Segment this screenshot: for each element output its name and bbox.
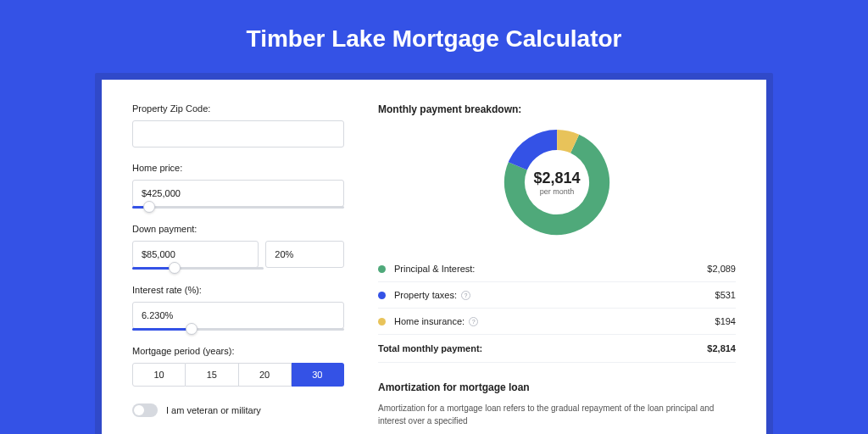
line-home-insurance: Home insurance:? $194 xyxy=(378,309,736,335)
home-price-input[interactable] xyxy=(132,180,344,207)
veteran-toggle[interactable] xyxy=(132,403,158,417)
interest-input[interactable] xyxy=(132,302,344,329)
slider-thumb[interactable] xyxy=(186,323,198,335)
input-panel: Property Zip Code: Home price: Down paym… xyxy=(132,103,344,427)
home-price-label: Home price: xyxy=(132,163,344,173)
period-btn-30[interactable]: 30 xyxy=(292,363,344,387)
line-label: Home insurance:? xyxy=(394,316,715,326)
calculator-card: Property Zip Code: Home price: Down paym… xyxy=(102,80,766,434)
info-icon[interactable]: ? xyxy=(461,291,470,300)
info-icon[interactable]: ? xyxy=(469,317,478,326)
total-value: $2,814 xyxy=(707,343,736,353)
donut-chart: $2,814 per month xyxy=(502,127,612,237)
breakdown-panel: Monthly payment breakdown: $2,814 per mo… xyxy=(378,103,736,427)
line-value: $194 xyxy=(715,316,736,326)
line-principal-interest: Principal & Interest: $2,089 xyxy=(378,256,736,282)
home-price-slider[interactable] xyxy=(132,206,344,209)
down-payment-label: Down payment: xyxy=(132,224,344,234)
zip-label: Property Zip Code: xyxy=(132,103,344,114)
interest-slider[interactable] xyxy=(132,328,344,331)
veteran-label: I am veteran or military xyxy=(166,405,261,415)
line-property-taxes: Property taxes:? $531 xyxy=(378,282,736,309)
slider-thumb[interactable] xyxy=(143,201,155,213)
interest-label: Interest rate (%): xyxy=(132,285,344,295)
period-btn-15[interactable]: 15 xyxy=(186,363,238,387)
donut-sub: per month xyxy=(533,187,580,196)
field-period: Mortgage period (years): 10 15 20 30 xyxy=(132,346,344,387)
page-title: Timber Lake Mortgage Calculator xyxy=(0,0,868,73)
period-btn-20[interactable]: 20 xyxy=(239,363,292,387)
field-zip: Property Zip Code: xyxy=(132,103,344,147)
legend-dot-yellow xyxy=(378,318,386,326)
down-payment-amount-input[interactable] xyxy=(132,241,259,268)
down-payment-pct-input[interactable] xyxy=(265,241,344,268)
total-label: Total monthly payment: xyxy=(378,343,707,353)
down-payment-slider[interactable] xyxy=(132,267,264,270)
donut-chart-wrap: $2,814 per month xyxy=(378,127,736,237)
line-total: Total monthly payment: $2,814 xyxy=(378,335,736,363)
field-home-price: Home price: xyxy=(132,163,344,209)
legend-dot-green xyxy=(378,265,386,273)
line-label: Property taxes:? xyxy=(394,290,715,300)
amort-text: Amortization for a mortgage loan refers … xyxy=(378,402,736,427)
field-down-payment: Down payment: xyxy=(132,224,344,270)
toggle-knob xyxy=(134,405,144,415)
period-button-group: 10 15 20 30 xyxy=(132,363,344,387)
donut-amount: $2,814 xyxy=(533,170,580,187)
veteran-row: I am veteran or military xyxy=(132,403,344,417)
field-interest: Interest rate (%): xyxy=(132,285,344,331)
amort-title: Amortization for mortgage loan xyxy=(378,381,736,393)
period-btn-10[interactable]: 10 xyxy=(132,363,186,387)
slider-thumb[interactable] xyxy=(169,262,181,274)
calculator-container: Property Zip Code: Home price: Down paym… xyxy=(95,73,773,434)
legend-dot-blue xyxy=(378,292,386,299)
amortization-section: Amortization for mortgage loan Amortizat… xyxy=(378,381,736,427)
line-label: Principal & Interest: xyxy=(394,264,707,274)
breakdown-title: Monthly payment breakdown: xyxy=(378,103,736,115)
line-value: $531 xyxy=(715,290,736,300)
period-label: Mortgage period (years): xyxy=(132,346,344,356)
donut-center: $2,814 per month xyxy=(533,170,580,196)
zip-input[interactable] xyxy=(132,120,344,147)
line-value: $2,089 xyxy=(707,264,736,274)
